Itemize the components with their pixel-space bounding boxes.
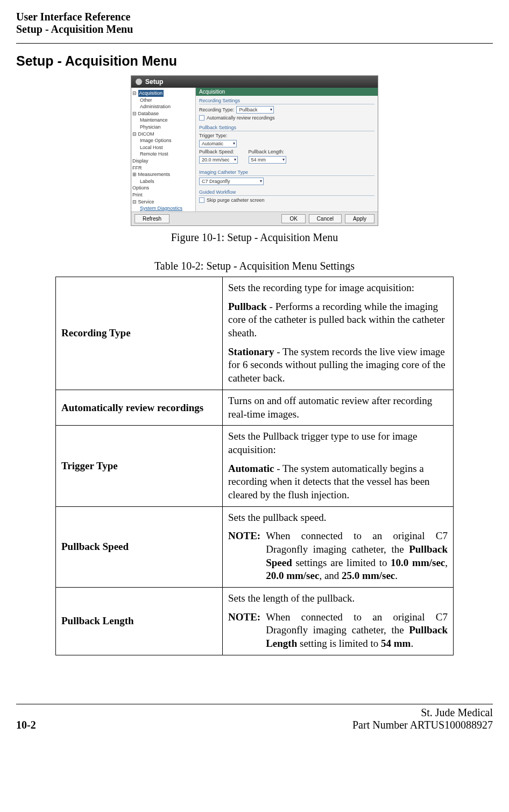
note-body: When connected to an original C7 Dragonf… <box>266 611 448 651</box>
auto-review-checkbox[interactable] <box>199 115 204 121</box>
trigger-type-label: Trigger Type: <box>199 133 228 138</box>
tree-item[interactable]: Local Host <box>132 144 194 151</box>
pullback-length-label: Pullback Length: <box>249 149 285 154</box>
page-footer: 10-2 St. Jude Medical Part Number ARTUS1… <box>16 704 493 731</box>
note: NOTE: When connected to an original C7 D… <box>228 611 448 651</box>
tree-item[interactable]: Database <box>138 111 159 116</box>
desc-text: Sets the length of the pullback. <box>228 592 448 605</box>
dialog-footer: Refresh OK Cancel Apply <box>131 211 378 225</box>
table-caption: Table 10-2: Setup - Acquisition Menu Set… <box>16 260 493 272</box>
ok-button[interactable]: OK <box>281 214 305 223</box>
setting-desc: Turns on and off automatic review after … <box>223 390 454 425</box>
desc-text: Sets the recording type for image acquis… <box>228 281 448 295</box>
tree-item[interactable]: Remote Host <box>132 151 194 158</box>
tree-item[interactable]: Other <box>132 97 194 104</box>
note-body: When connected to an original C7 Dragonf… <box>266 529 448 583</box>
footer-right: St. Jude Medical Part Number ARTUS100088… <box>352 707 493 731</box>
desc-text: Sets the pullback speed. <box>228 511 448 525</box>
dialog-title: Setup <box>145 78 163 86</box>
refresh-button[interactable]: Refresh <box>135 214 169 223</box>
catheter-type-select[interactable]: C7 Dragonfly <box>199 178 264 185</box>
settings-panel: Acquisition Recording Settings Recording… <box>196 88 378 211</box>
tree-item[interactable]: Options <box>132 185 194 192</box>
group-title-recording: Recording Settings <box>199 98 374 104</box>
setting-label: Automatically review recordings <box>56 390 223 425</box>
setup-dialog: Setup ⊟ Acquisition Other Administration… <box>131 75 378 226</box>
section-title: Setup - Acquisition Menu <box>16 53 493 69</box>
setting-label: Trigger Type <box>56 426 223 506</box>
setting-desc: Sets the length of the pullback. NOTE: W… <box>223 588 454 655</box>
tree-item[interactable]: Measurements <box>138 172 171 177</box>
table-row: Pullback Speed Sets the pullback speed. … <box>56 506 454 587</box>
recording-type-select[interactable]: Pullback <box>236 106 274 114</box>
figure: Setup ⊟ Acquisition Other Administration… <box>16 75 493 244</box>
page-number: 10-2 <box>16 719 36 731</box>
note: NOTE: When connected to an original C7 D… <box>228 529 448 583</box>
note-label: NOTE: <box>228 529 260 583</box>
recording-type-label: Recording Type: <box>199 107 234 112</box>
pullback-speed-select[interactable]: 20.0 mm/sec <box>199 156 238 164</box>
setting-label: Pullback Length <box>56 588 223 655</box>
setting-label: Recording Type <box>56 277 223 390</box>
cancel-button[interactable]: Cancel <box>309 214 342 223</box>
panel-heading: Acquisition <box>196 88 378 96</box>
table-row: Recording Type Sets the recording type f… <box>56 277 454 390</box>
desc-text: Pullback - Performs a recording while th… <box>228 300 448 340</box>
company-name: St. Jude Medical <box>352 707 493 719</box>
tree-item[interactable]: Display <box>132 158 194 165</box>
dialog-titlebar: Setup <box>131 76 378 88</box>
tree-item[interactable]: Labels <box>132 178 194 185</box>
desc-text: Automatic - The system automatically beg… <box>228 462 448 502</box>
pullback-speed-label: Pullback Speed: <box>199 149 234 154</box>
gear-icon <box>136 79 142 85</box>
desc-text: Sets the Pullback trigger type to use fo… <box>228 430 448 456</box>
tree-item[interactable]: Maintenance <box>132 117 194 124</box>
table-row: Automatically review recordings Turns on… <box>56 390 454 425</box>
table-row: Trigger Type Sets the Pullback trigger t… <box>56 426 454 506</box>
tree-item[interactable]: Image Options <box>132 137 194 144</box>
tree-item[interactable]: Physician <box>132 124 194 131</box>
note-label: NOTE: <box>228 611 260 651</box>
tree-item[interactable]: FFR <box>132 165 194 172</box>
skip-purge-label: Skip purge catheter screen <box>207 197 265 203</box>
header-rule <box>16 43 493 44</box>
header-line-2: Setup - Acquisition Menu <box>16 23 493 36</box>
settings-table: Recording Type Sets the recording type f… <box>55 277 454 655</box>
tree-item[interactable]: DICOM <box>138 131 154 137</box>
tree-item[interactable]: Print <box>132 192 194 199</box>
setting-desc: Sets the pullback speed. NOTE: When conn… <box>223 506 454 587</box>
header-line-1: User Interface Reference <box>16 11 493 23</box>
figure-caption: Figure 10-1: Setup - Acquisition Menu <box>16 231 493 244</box>
group-title-pullback: Pullback Settings <box>199 125 374 131</box>
desc-text: Stationary - The system records the live… <box>228 345 448 385</box>
table-row: Pullback Length Sets the length of the p… <box>56 588 454 655</box>
setting-desc: Sets the recording type for image acquis… <box>223 277 454 390</box>
footer-rule <box>16 704 493 704</box>
tree-item[interactable]: Administration <box>132 103 194 110</box>
desc-text: Turns on and off automatic review after … <box>228 394 448 421</box>
running-header: User Interface Reference Setup - Acquisi… <box>16 11 493 36</box>
group-title-workflow: Guided Workflow <box>199 189 374 196</box>
part-number: Part Number ARTUS100088927 <box>352 719 493 731</box>
pullback-length-select[interactable]: 54 mm <box>249 156 286 164</box>
tree-item[interactable]: Service <box>138 199 154 204</box>
setting-desc: Sets the Pullback trigger type to use fo… <box>223 426 454 506</box>
group-title-catheter: Imaging Catheter Type <box>199 170 374 176</box>
tree-item-system-diagnostics[interactable]: System Diagnostics <box>132 205 194 211</box>
setting-label: Pullback Speed <box>56 506 223 587</box>
tree-item-acquisition[interactable]: Acquisition <box>138 90 164 97</box>
skip-purge-checkbox[interactable] <box>199 197 204 203</box>
auto-review-label: Automatically review recordings <box>207 115 275 121</box>
nav-tree[interactable]: ⊟ Acquisition Other Administration ⊟ Dat… <box>131 88 196 211</box>
trigger-type-select[interactable]: Automatic <box>199 140 237 147</box>
apply-button[interactable]: Apply <box>345 214 374 223</box>
